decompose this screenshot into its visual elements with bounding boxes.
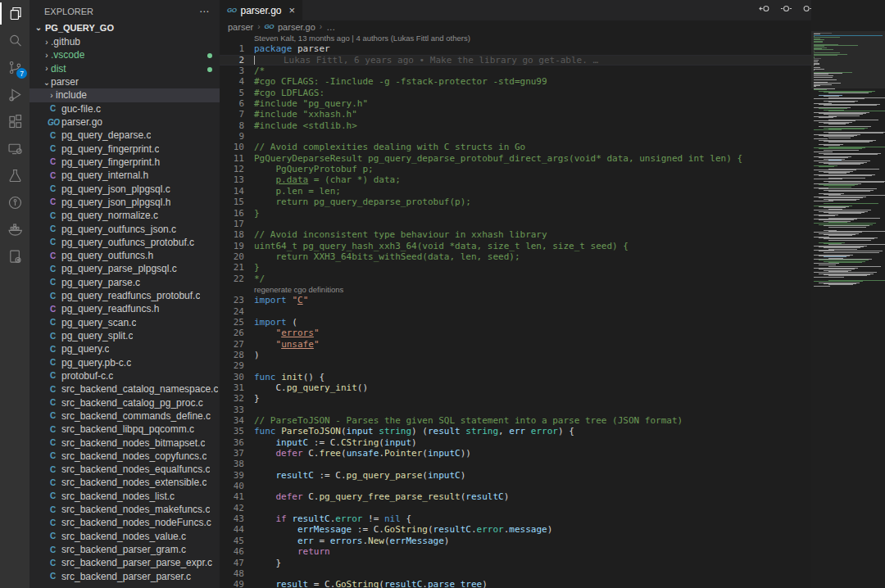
code-text[interactable]: return pg_query_deparse_protobuf(p);	[254, 197, 811, 207]
tree-file-src_backend_commands_define.c[interactable]: Csrc_backend_commands_define.c	[30, 409, 220, 423]
line-number[interactable]: 35	[220, 426, 244, 436]
code-text[interactable]: uint64_t pg_query_hash_xxh3_64(void *dat…	[254, 241, 811, 251]
tree-folder-dist[interactable]: ›dist	[30, 62, 220, 75]
code-text[interactable]: p.len = len;	[254, 186, 811, 197]
code-text[interactable]	[254, 306, 811, 317]
line-number[interactable]: 21	[220, 262, 244, 273]
code-area[interactable]: Steven Kalt, 13 months ago | 4 authors (…	[220, 33, 811, 588]
line-number[interactable]: 23	[220, 295, 244, 305]
code-text[interactable]: p.data = (char *) data;	[254, 174, 811, 185]
line-number[interactable]: 33	[220, 405, 244, 415]
line-number[interactable]: 22	[220, 274, 244, 284]
tree-file-src_backend_parser_parser.c[interactable]: Csrc_backend_parser_parser.c	[30, 570, 220, 583]
code-text[interactable]	[254, 503, 811, 513]
line-number[interactable]: 15	[220, 197, 244, 207]
line-number[interactable]: 36	[220, 437, 244, 448]
code-text[interactable]: result = C.GoString(resultC.parse_tree)	[254, 579, 811, 588]
line-number[interactable]: 40	[220, 481, 244, 491]
tree-file-pg_query_internal.h[interactable]: Cpg_query_internal.h	[30, 169, 220, 182]
line-number[interactable]: 27	[220, 339, 244, 350]
code-text[interactable]: err = errors.New(errMessage)	[254, 536, 811, 546]
tree-file-pg_query_readfuncs_protobuf.c[interactable]: Cpg_query_readfuncs_protobuf.c	[30, 289, 220, 302]
code-text[interactable]: func init() {	[254, 372, 811, 382]
code-text[interactable]: return XXH3_64bits_withSeed(data, len, s…	[254, 251, 811, 262]
tree-folder-.vscode[interactable]: ›.vscode	[30, 48, 220, 61]
gitlens-open-changes-icon[interactable]	[759, 2, 771, 18]
code-text[interactable]: defer C.pg_query_free_parse_result(resul…	[254, 491, 811, 502]
code-text[interactable]: */	[254, 274, 811, 284]
line-number[interactable]: 25	[220, 317, 244, 328]
line-number[interactable]: 16	[220, 208, 244, 219]
tree-file-src_backend_parser_parse_expr.c[interactable]: Csrc_backend_parser_parse_expr.c	[30, 556, 220, 569]
line-number[interactable]: 46	[220, 546, 244, 557]
line-number[interactable]: 47	[220, 558, 244, 568]
code-text[interactable]: errMessage := C.GoString(resultC.error.m…	[254, 524, 811, 535]
line-number[interactable]: 34	[220, 415, 244, 426]
code-text[interactable]: import (	[254, 317, 811, 328]
code-text[interactable]: resultC := C.pg_query_parse(inputC)	[254, 470, 811, 481]
activity-extensions-icon[interactable]	[0, 108, 30, 135]
line-number[interactable]: 17	[220, 219, 244, 229]
code-text[interactable]: #include "xxhash.h"	[254, 109, 811, 120]
code-text[interactable]: }	[254, 393, 811, 404]
code-text[interactable]: inputC := C.CString(input)	[254, 437, 811, 448]
line-number[interactable]: 3	[220, 66, 244, 76]
tree-file-pg_query_json_plpgsql.h[interactable]: Cpg_query_json_plpgsql.h	[30, 196, 220, 209]
line-number[interactable]: 2	[220, 55, 244, 66]
activity-gitlens-icon[interactable]	[0, 189, 30, 216]
line-number[interactable]: 19	[220, 241, 244, 251]
tree-file-protobuf-c.c[interactable]: Cprotobuf-c.c	[30, 369, 220, 382]
line-number[interactable]: 9	[220, 131, 244, 142]
code-text[interactable]: if resultC.error != nil {	[254, 513, 811, 524]
tree-file-pg_query_json_plpgsql.c[interactable]: Cpg_query_json_plpgsql.c	[30, 182, 220, 195]
tree-file-parser.go[interactable]: GOparser.go	[30, 115, 220, 129]
line-number[interactable]: 28	[220, 350, 244, 360]
breadcrumb-item[interactable]: …	[326, 22, 335, 32]
tree-file-pg_query_fingerprint.h[interactable]: Cpg_query_fingerprint.h	[30, 156, 220, 169]
tree-file-pg_query_parse_plpgsql.c[interactable]: Cpg_query_parse_plpgsql.c	[30, 262, 220, 275]
line-number[interactable]: 14	[220, 186, 244, 197]
tree-file-pg_query_split.c[interactable]: Cpg_query_split.c	[30, 329, 220, 342]
tree-file-pg_query.pb-c.c[interactable]: Cpg_query.pb-c.c	[30, 356, 220, 369]
tree-file-pg_query_outfuncs_protobuf.c[interactable]: Cpg_query_outfuncs_protobuf.c	[30, 236, 220, 249]
line-number[interactable]: 45	[220, 536, 244, 546]
line-number[interactable]: 38	[220, 459, 244, 469]
line-number[interactable]: 10	[220, 142, 244, 152]
activity-project-manager-icon[interactable]	[0, 243, 30, 270]
code-text[interactable]: return	[254, 546, 811, 557]
tree-file-pg_query_deparse.c[interactable]: Cpg_query_deparse.c	[30, 129, 220, 142]
activity-search-icon[interactable]	[0, 27, 30, 54]
explorer-more-actions-icon[interactable]: ⋯	[199, 6, 210, 17]
tree-file-pg_query_readfuncs.h[interactable]: Cpg_query_readfuncs.h	[30, 302, 220, 315]
tab-parser.go[interactable]: GOparser.go×	[220, 0, 303, 20]
tree-file-pg_query_outfuncs_json.c[interactable]: Cpg_query_outfuncs_json.c	[30, 222, 220, 235]
line-number[interactable]: 31	[220, 382, 244, 393]
codelens-annotation[interactable]: Steven Kalt, 13 months ago | 4 authors (…	[220, 33, 811, 43]
code-text[interactable]: PgQueryDeparseResult pg_query_deparse_pr…	[254, 153, 811, 164]
activity-source-control-icon[interactable]: 7	[0, 54, 30, 81]
tree-file-src_backend_nodes_copyfuncs.c[interactable]: Csrc_backend_nodes_copyfuncs.c	[30, 450, 220, 463]
line-number[interactable]: 18	[220, 229, 244, 240]
line-number[interactable]: 12	[220, 164, 244, 174]
activity-explorer-icon[interactable]	[0, 0, 30, 27]
tree-file-src_backend_nodes_value.c[interactable]: Csrc_backend_nodes_value.c	[30, 530, 220, 543]
code-text[interactable]	[254, 568, 811, 579]
code-text[interactable]: defer C.free(unsafe.Pointer(inputC))	[254, 448, 811, 459]
tree-file-pg_query_outfuncs.h[interactable]: Cpg_query_outfuncs.h	[30, 249, 220, 262]
breadcrumb-item[interactable]: parser	[228, 22, 253, 32]
code-text[interactable]: "unsafe"	[254, 339, 811, 350]
line-number[interactable]: 42	[220, 503, 244, 513]
tree-file-pg_query_fingerprint.c[interactable]: Cpg_query_fingerprint.c	[30, 142, 220, 156]
code-text[interactable]: import "C"	[254, 295, 811, 305]
inline-blame-text[interactable]: Lukas Fittl, 6 years ago • Make the libr…	[254, 55, 811, 66]
code-text[interactable]: #cgo CFLAGS: -Iinclude -g -fstack-protec…	[254, 76, 811, 87]
line-number[interactable]: 13	[220, 174, 244, 185]
tree-file-src_backend_parser_gram.c[interactable]: Csrc_backend_parser_gram.c	[30, 543, 220, 556]
code-text[interactable]: }	[254, 262, 811, 273]
line-number[interactable]: 49	[220, 579, 244, 588]
tree-file-src_backend_nodes_list.c[interactable]: Csrc_backend_nodes_list.c	[30, 490, 220, 503]
code-text[interactable]	[254, 481, 811, 491]
line-number[interactable]: 20	[220, 251, 244, 262]
code-text[interactable]: package parser	[254, 43, 811, 54]
tree-file-src_backend_nodes_extensible.c[interactable]: Csrc_backend_nodes_extensible.c	[30, 476, 220, 489]
